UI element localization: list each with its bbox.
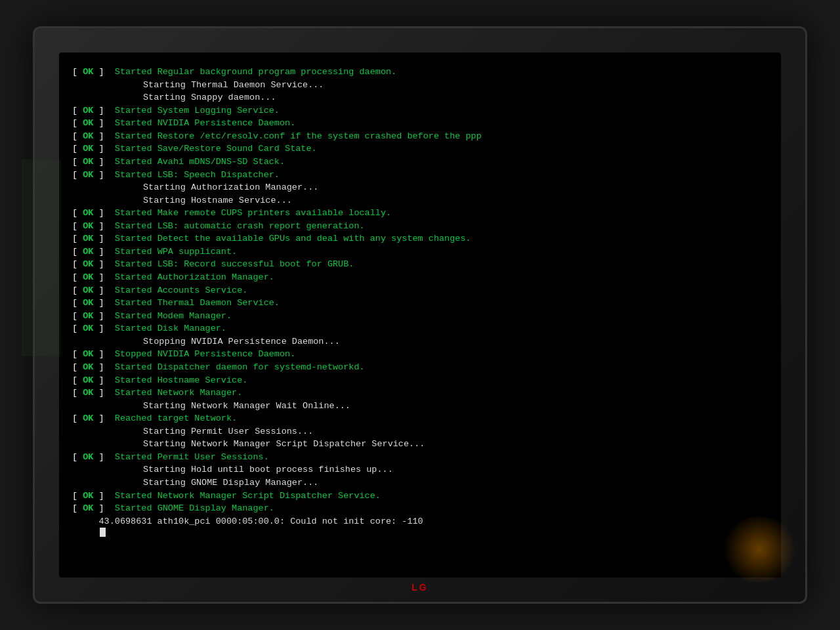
- bracket-close: ]: [99, 66, 104, 79]
- terminal-plain-line: 43.0698631 ath10k_pci 0000:05:00.0: Coul…: [72, 515, 765, 528]
- terminal-indent-line: Starting Thermal Daemon Service...: [72, 79, 765, 92]
- terminal-indent-line: Starting Authorization Manager...: [72, 181, 765, 194]
- ok-status: OK: [77, 207, 98, 220]
- bracket-close: ]: [99, 156, 104, 169]
- bracket-open: [: [72, 156, 77, 169]
- bracket-open: [: [72, 232, 77, 245]
- terminal-line: [ OK ] Started GNOME Display Manager.: [72, 502, 765, 515]
- line-message: Started LSB: automatic crash report gene…: [104, 220, 365, 233]
- bracket-close: ]: [99, 258, 104, 271]
- terminal-line: [ OK ] Started LSB: Speech Dispatcher.: [72, 169, 765, 182]
- bracket-open: [: [72, 412, 77, 425]
- bracket-open: [: [72, 284, 77, 297]
- terminal-line: [ OK ] Started Permit User Sessions.: [72, 451, 765, 464]
- terminal-output: [ OK ] Started Regular background progra…: [72, 66, 765, 564]
- bracket-close: ]: [99, 117, 104, 130]
- bracket-close: ]: [99, 361, 104, 374]
- ok-status: OK: [77, 258, 98, 271]
- terminal-indent-line: Starting Hold until boot process finishe…: [72, 463, 765, 476]
- terminal-line: [ OK ] Started Save/Restore Sound Card S…: [72, 142, 765, 156]
- terminal-line: [ OK ] Started Modem Manager.: [72, 310, 765, 323]
- bracket-close: ]: [99, 271, 104, 284]
- ok-status: OK: [77, 310, 98, 323]
- terminal-line: [ OK ] Started Authorization Manager.: [72, 271, 765, 284]
- terminal-cursor-line: [72, 528, 765, 541]
- bracket-open: [: [72, 451, 77, 464]
- terminal-line: [ OK ] Stopped NVIDIA Persistence Daemon…: [72, 348, 765, 361]
- terminal-line: [ OK ] Started LSB: Record successful bo…: [72, 258, 765, 271]
- ok-status: OK: [77, 66, 98, 79]
- line-message: Started Save/Restore Sound Card State.: [104, 142, 317, 156]
- bracket-close: ]: [99, 297, 104, 310]
- bracket-close: ]: [99, 387, 104, 400]
- ok-status: OK: [77, 348, 98, 361]
- terminal-indent-line: Starting Network Manager Script Dispatch…: [72, 438, 765, 451]
- bracket-close: ]: [99, 490, 104, 503]
- terminal-line: [ OK ] Started Restore /etc/resolv.conf …: [72, 130, 765, 143]
- ok-status: OK: [77, 412, 98, 425]
- bracket-close: ]: [99, 245, 104, 259]
- bracket-open: [: [72, 258, 77, 271]
- terminal-line: [ OK ] Started Hostname Service.: [72, 374, 765, 387]
- terminal-line: [ OK ] Started Network Manager Script Di…: [72, 490, 765, 503]
- cursor-dash: [72, 528, 99, 541]
- line-message: Started Regular background program proce…: [104, 66, 397, 79]
- line-message: Started Make remote CUPS printers availa…: [104, 207, 391, 220]
- ok-status: OK: [77, 322, 98, 335]
- monitor-screen: [ OK ] Started Regular background progra…: [59, 52, 781, 578]
- ok-status: OK: [77, 374, 98, 387]
- ok-status: OK: [77, 130, 98, 143]
- ok-status: OK: [77, 451, 98, 464]
- monitor-brand-logo: LG: [411, 582, 428, 593]
- bracket-close: ]: [99, 142, 104, 156]
- line-message: Started Restore /etc/resolv.conf if the …: [104, 130, 482, 143]
- terminal-indent-line: Starting Hostname Service...: [72, 194, 765, 207]
- ok-status: OK: [77, 142, 98, 156]
- monitor: [ OK ] Started Regular background progra…: [33, 26, 807, 604]
- terminal-indent-line: Starting Network Manager Wait Online...: [72, 400, 765, 413]
- ok-status: OK: [77, 220, 98, 233]
- bracket-close: ]: [99, 322, 104, 335]
- terminal-indent-line: Stopping NVIDIA Persistence Daemon...: [72, 335, 765, 348]
- line-message: Started Thermal Daemon Service.: [104, 297, 280, 310]
- terminal-line: [ OK ] Reached target Network.: [72, 412, 765, 425]
- bracket-close: ]: [99, 130, 104, 143]
- bracket-open: [: [72, 245, 77, 259]
- bracket-open: [: [72, 130, 77, 143]
- bracket-close: ]: [99, 374, 104, 387]
- line-message: Started Dispatcher daemon for systemd-ne…: [104, 361, 365, 374]
- bracket-open: [: [72, 361, 77, 374]
- ok-status: OK: [77, 245, 98, 259]
- line-message: Started Detect the available GPUs and de…: [104, 232, 471, 245]
- line-message: Started Network Manager Script Dispatche…: [104, 490, 381, 503]
- line-message: Started Authorization Manager.: [104, 271, 274, 284]
- ok-status: OK: [77, 271, 98, 284]
- ok-status: OK: [77, 232, 98, 245]
- line-message: Started LSB: Record successful boot for …: [104, 258, 354, 271]
- terminal-line: [ OK ] Started Detect the available GPUs…: [72, 232, 765, 245]
- ok-status: OK: [77, 387, 98, 400]
- bracket-open: [: [72, 207, 77, 220]
- line-message: Started LSB: Speech Dispatcher.: [104, 169, 280, 182]
- ok-status: OK: [77, 490, 98, 503]
- bracket-close: ]: [99, 348, 104, 361]
- ok-status: OK: [77, 156, 98, 169]
- bracket-close: ]: [99, 310, 104, 323]
- bracket-open: [: [72, 169, 77, 182]
- bracket-open: [: [72, 374, 77, 387]
- terminal-line: [ OK ] Started Avahi mDNS/DNS-SD Stack.: [72, 156, 765, 169]
- terminal-line: [ OK ] Started Regular background progra…: [72, 66, 765, 79]
- terminal-line: [ OK ] Started Network Manager.: [72, 387, 765, 400]
- bracket-open: [: [72, 104, 77, 117]
- bracket-open: [: [72, 117, 77, 130]
- ok-status: OK: [77, 169, 98, 182]
- terminal-cursor: [100, 528, 106, 537]
- line-message: Started WPA supplicant.: [104, 245, 238, 259]
- bracket-close: ]: [99, 169, 104, 182]
- bracket-open: [: [72, 348, 77, 361]
- bracket-open: [: [72, 66, 77, 79]
- decorative-element: [720, 516, 799, 582]
- line-message: Stopped NVIDIA Persistence Daemon.: [104, 348, 296, 361]
- terminal-indent-line: Starting GNOME Display Manager...: [72, 476, 765, 490]
- terminal-line: [ OK ] Started Accounts Service.: [72, 284, 765, 297]
